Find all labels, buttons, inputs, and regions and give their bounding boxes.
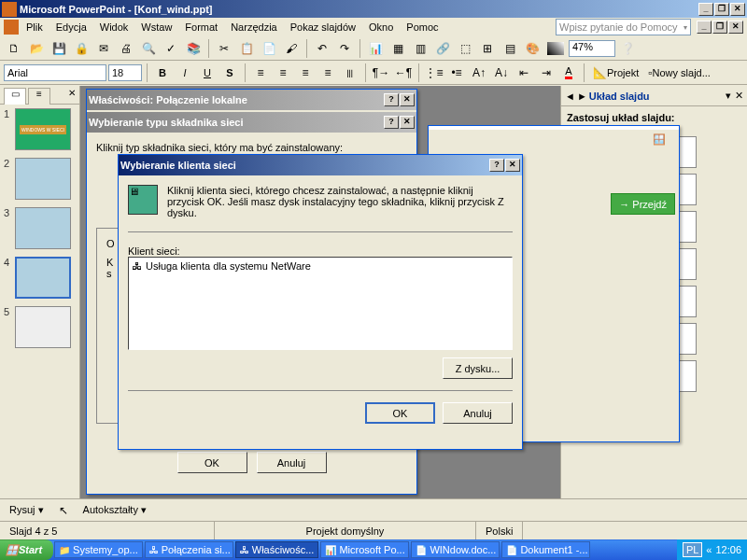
expand-icon[interactable]: ⬚ xyxy=(455,38,475,59)
forward-icon[interactable]: ► xyxy=(577,91,587,102)
preview-icon[interactable]: 🔍 xyxy=(138,38,159,59)
email-icon[interactable]: ✉ xyxy=(93,38,114,59)
minimize-button[interactable]: _ xyxy=(698,3,713,16)
props-cancel-button[interactable]: Anuluj xyxy=(257,452,327,473)
format-painter-icon[interactable]: 🖌 xyxy=(281,38,302,59)
paste-icon[interactable]: 📄 xyxy=(259,38,279,59)
restore-button[interactable]: ❐ xyxy=(714,3,729,16)
tab-slides[interactable]: ▭ xyxy=(4,88,26,105)
redo-icon[interactable]: ↷ xyxy=(334,38,355,59)
language-badge[interactable]: PL xyxy=(683,542,702,557)
client-listbox[interactable]: 🖧 Usługa klienta dla systemu NetWare xyxy=(128,257,513,350)
draw-menu[interactable]: Rysuj ▾ xyxy=(4,502,49,518)
start-button[interactable]: 🪟 Start xyxy=(0,539,53,560)
client-help-button[interactable]: ? xyxy=(489,159,504,172)
from-disk-button[interactable]: Z dysku... xyxy=(443,357,513,379)
increase-indent-icon[interactable]: ⇥ xyxy=(536,63,557,83)
menu-edit[interactable]: Edycja xyxy=(50,20,92,35)
align-left-icon[interactable]: ≡ xyxy=(250,63,271,83)
design-button[interactable]: 📐 Projekt xyxy=(589,63,642,83)
align-center-icon[interactable]: ≡ xyxy=(273,63,293,83)
taskbar-item[interactable]: 📁Systemy_op... xyxy=(54,541,143,558)
shadow-button[interactable]: S xyxy=(219,63,240,83)
zoom-combo[interactable]: 47% xyxy=(569,40,615,57)
align-right-icon[interactable]: ≡ xyxy=(295,63,316,83)
rtl-icon[interactable]: ←¶ xyxy=(393,63,414,83)
permission-icon[interactable]: 🔒 xyxy=(71,38,92,59)
taskbar-item[interactable]: 📊Microsoft Po... xyxy=(320,541,409,558)
bullets-icon[interactable]: •≡ xyxy=(446,63,467,83)
slide-thumb-4[interactable]: 4 xyxy=(4,257,76,299)
close-button[interactable]: ✕ xyxy=(730,3,745,16)
font-name-combo[interactable]: Arial xyxy=(4,64,106,81)
font-color-icon[interactable]: A xyxy=(558,63,579,83)
menu-help[interactable]: Pomoc xyxy=(401,20,444,35)
spell-icon[interactable]: ✓ xyxy=(161,38,181,59)
props-help-button[interactable]: ? xyxy=(384,93,399,106)
autoshapes-menu[interactable]: Autokształty ▾ xyxy=(78,502,152,518)
help-search-box[interactable]: Wpisz pytanie do Pomocy▾ xyxy=(556,19,691,35)
decrease-font-icon[interactable]: A↓ xyxy=(491,63,512,83)
new-slide-button[interactable]: ▫ Nowy slajd... xyxy=(644,63,714,83)
color-icon[interactable]: 🎨 xyxy=(522,38,543,59)
menu-format[interactable]: Format xyxy=(179,20,223,35)
props-ok-button[interactable]: OK xyxy=(177,452,247,473)
menu-window[interactable]: Okno xyxy=(363,20,399,35)
tray-icon[interactable]: « xyxy=(706,544,712,555)
numbering-icon[interactable]: ⋮≡ xyxy=(424,63,444,83)
new-icon[interactable]: 🗋 xyxy=(4,38,24,59)
menu-insert[interactable]: Wstaw xyxy=(135,20,177,35)
font-size-combo[interactable]: 18 xyxy=(108,64,142,81)
props-sub-close-button[interactable]: ✕ xyxy=(400,116,415,129)
align-justify-icon[interactable]: ≡ xyxy=(317,63,338,83)
menu-slideshow[interactable]: Pokaz slajdów xyxy=(285,20,361,35)
props-titlebar[interactable]: Właściwości: Połączenie lokalne ? ✕ xyxy=(87,90,416,110)
slide-thumb-1[interactable]: 1WINDOWS W SIECI xyxy=(4,108,76,150)
save-icon[interactable]: 💾 xyxy=(49,38,69,59)
menu-view[interactable]: Widok xyxy=(94,20,134,35)
props-sub-help-button[interactable]: ? xyxy=(384,116,399,129)
undo-icon[interactable]: ↶ xyxy=(312,38,332,59)
cut-icon[interactable]: ✂ xyxy=(214,38,234,59)
menu-file[interactable]: Plik xyxy=(21,20,49,35)
grayscale-icon[interactable] xyxy=(547,42,564,55)
taskpane-close-icon[interactable]: ✕ xyxy=(735,90,743,102)
client-titlebar[interactable]: Wybieranie klienta sieci ? ✕ xyxy=(119,155,522,175)
client-cancel-button[interactable]: Anuluj xyxy=(443,402,513,424)
doc-restore-button[interactable]: ❐ xyxy=(712,21,727,34)
decrease-indent-icon[interactable]: ⇤ xyxy=(514,63,534,83)
tables-borders-icon[interactable]: ▥ xyxy=(410,38,430,59)
research-icon[interactable]: 📚 xyxy=(183,38,204,59)
increase-font-icon[interactable]: A↑ xyxy=(469,63,489,83)
client-ok-button[interactable]: OK xyxy=(365,402,435,424)
slide-thumb-2[interactable]: 2 xyxy=(4,158,76,200)
taskbar-item[interactable]: 📄Dokument1 -... xyxy=(501,541,590,558)
list-item[interactable]: 🖧 Usługa klienta dla systemu NetWare xyxy=(131,259,510,273)
copy-icon[interactable]: 📋 xyxy=(236,38,257,59)
ltr-icon[interactable]: ¶→ xyxy=(371,63,391,83)
open-icon[interactable]: 📂 xyxy=(26,38,47,59)
taskbar-item[interactable]: 📄WINdow.doc... xyxy=(411,541,500,558)
tab-outline[interactable]: ≡ xyxy=(28,88,50,105)
hyperlink-icon[interactable]: 🔗 xyxy=(432,38,453,59)
doc-close-button[interactable]: ✕ xyxy=(728,21,743,34)
doc-minimize-button[interactable]: _ xyxy=(697,21,712,34)
table-icon[interactable]: ▦ xyxy=(388,38,408,59)
props-close-button[interactable]: ✕ xyxy=(400,93,415,106)
language-indicator[interactable]: Polski xyxy=(476,522,523,539)
close-panel-icon[interactable]: ✕ xyxy=(68,88,76,104)
chart-icon[interactable]: 📊 xyxy=(365,38,386,59)
taskbar-item[interactable]: 🖧Połączenia si... xyxy=(145,541,233,558)
client-close-button[interactable]: ✕ xyxy=(505,159,520,172)
print-icon[interactable]: 🖨 xyxy=(116,38,136,59)
select-icon[interactable]: ↖ xyxy=(53,500,74,521)
taskbar-item[interactable]: 🖧Właściwośc... xyxy=(235,541,319,558)
bold-button[interactable]: B xyxy=(152,63,173,83)
slide-thumb-3[interactable]: 3 xyxy=(4,207,76,249)
go-button[interactable]: → Przejdź xyxy=(611,193,675,215)
menu-tools[interactable]: Narzędzia xyxy=(225,20,283,35)
help-icon[interactable]: ❔ xyxy=(617,38,638,59)
show-ruler-icon[interactable]: ⊞ xyxy=(477,38,498,59)
grid-icon[interactable]: ▤ xyxy=(500,38,520,59)
back-icon[interactable]: ◄ xyxy=(565,91,575,102)
